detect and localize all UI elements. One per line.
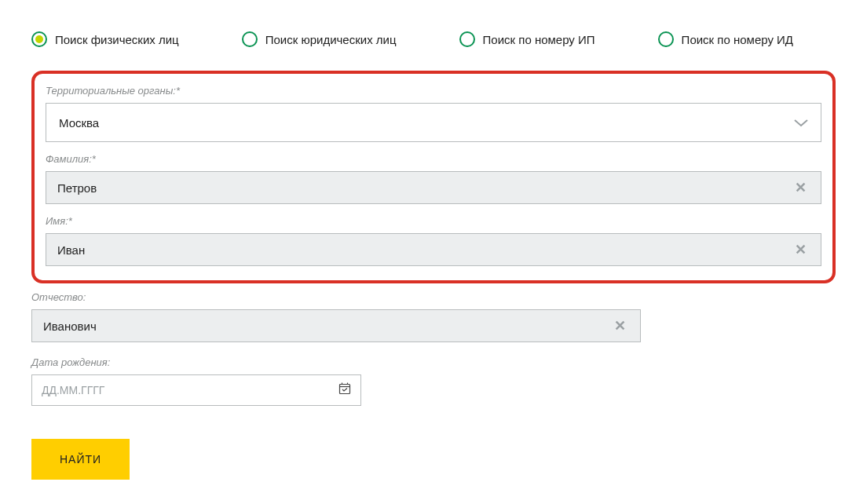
tab-legal-entities[interactable]: Поиск юридических лиц <box>242 31 397 47</box>
search-button[interactable]: НАЙТИ <box>31 439 130 480</box>
patronymic-label: Отчество: <box>31 291 836 303</box>
lastname-input-wrap: ✕ <box>46 171 821 204</box>
clear-icon[interactable]: ✕ <box>792 241 810 258</box>
lastname-input[interactable] <box>57 181 792 195</box>
tab-id-number[interactable]: Поиск по номеру ИД <box>658 31 793 47</box>
patronymic-input[interactable] <box>43 320 611 333</box>
tab-individuals[interactable]: Поиск физических лиц <box>31 31 179 47</box>
patronymic-group: Отчество: ✕ <box>31 291 836 342</box>
tab-label: Поиск юридических лиц <box>265 33 397 46</box>
optional-fields: Отчество: ✕ Дата рождения: ДД.ММ.ГГГГ НА… <box>31 291 836 480</box>
clear-icon[interactable]: ✕ <box>611 317 629 334</box>
birthdate-input[interactable]: ДД.ММ.ГГГГ <box>31 374 361 406</box>
firstname-input[interactable] <box>57 243 792 257</box>
clear-icon[interactable]: ✕ <box>792 179 810 196</box>
svg-rect-0 <box>340 385 350 394</box>
patronymic-input-wrap: ✕ <box>31 309 641 342</box>
calendar-icon <box>338 382 351 398</box>
tab-ip-number[interactable]: Поиск по номеру ИП <box>459 31 595 47</box>
tab-label: Поиск по номеру ИП <box>483 33 595 46</box>
territory-group: Территориальные органы:* Москва <box>46 85 821 142</box>
birthdate-placeholder: ДД.ММ.ГГГГ <box>42 384 338 396</box>
radio-icon <box>31 31 47 47</box>
radio-icon <box>658 31 674 47</box>
lastname-label: Фамилия:* <box>46 153 821 165</box>
firstname-group: Имя:* ✕ <box>46 215 821 266</box>
territory-select[interactable]: Москва <box>46 103 821 142</box>
lastname-group: Фамилия:* ✕ <box>46 153 821 204</box>
radio-icon <box>242 31 258 47</box>
territory-value: Москва <box>59 116 794 130</box>
firstname-label: Имя:* <box>46 215 821 227</box>
required-fields-highlight: Территориальные органы:* Москва Фамилия:… <box>31 71 836 283</box>
tab-label: Поиск по номеру ИД <box>682 33 793 46</box>
firstname-input-wrap: ✕ <box>46 233 821 266</box>
territory-label: Территориальные органы:* <box>46 85 821 97</box>
birthdate-group: Дата рождения: ДД.ММ.ГГГГ <box>31 356 836 406</box>
radio-icon <box>459 31 475 47</box>
birthdate-label: Дата рождения: <box>31 356 836 368</box>
tab-label: Поиск физических лиц <box>55 33 179 46</box>
search-type-tabs: Поиск физических лиц Поиск юридических л… <box>31 31 836 47</box>
chevron-down-icon <box>794 115 808 131</box>
